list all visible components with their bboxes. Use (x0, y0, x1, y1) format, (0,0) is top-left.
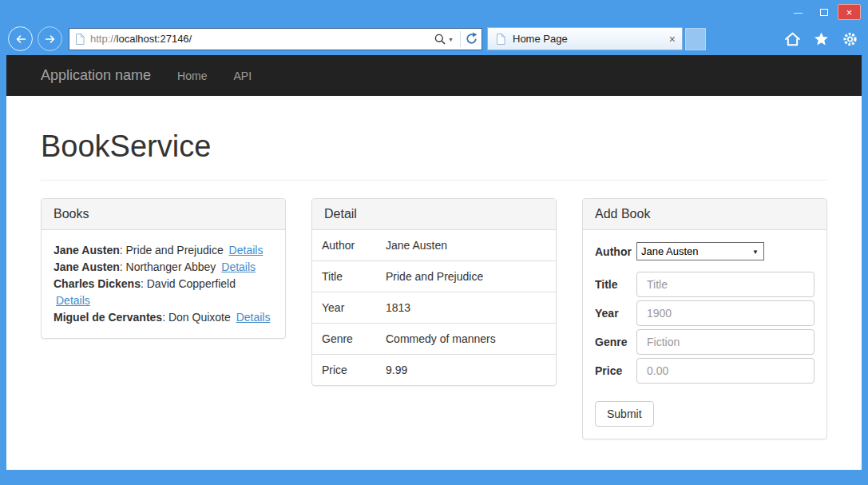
home-icon[interactable] (784, 31, 801, 47)
minimize-icon: — (794, 7, 803, 17)
title-divider (41, 180, 827, 181)
separator: : (120, 244, 126, 256)
site-navbar: Application name Home API (6, 55, 862, 96)
detail-table: Author Jane Austen Title Pride and Preju… (312, 230, 556, 385)
title-input[interactable] (636, 272, 814, 297)
nav-link-api[interactable]: API (233, 70, 252, 82)
detail-label: Year (312, 292, 386, 324)
table-row: Author Jane Austen (312, 230, 556, 261)
price-label: Price (595, 364, 636, 377)
star-icon[interactable] (813, 31, 830, 47)
book-author: Charles Dickens (54, 277, 141, 290)
book-list-item: Jane Austen: Northanger Abbey Details (54, 259, 273, 276)
close-button[interactable]: × (838, 4, 861, 20)
genre-input[interactable] (636, 329, 814, 355)
title-bar: — × (0, 0, 868, 26)
author-label: Author (595, 245, 636, 258)
add-book-panel: Add Book Author Jane Austen ▼ (582, 198, 827, 439)
detail-value: Jane Austen (386, 230, 556, 261)
toolbar-right-icons (784, 31, 858, 47)
page-viewport: Application name Home API BookService Bo… (6, 55, 862, 470)
minimize-button[interactable]: — (787, 4, 810, 20)
book-title: Northanger Abbey (126, 260, 216, 273)
details-link[interactable]: Details (229, 244, 264, 256)
book-list-item: Charles Dickens: David Copperfield Detai… (54, 276, 273, 309)
address-bar-divider (460, 31, 461, 47)
book-author: Jane Austen (54, 244, 120, 256)
books-list: Jane Austen: Pride and Prejudice Details… (42, 230, 285, 338)
panels-row: Books Jane Austen: Pride and Prejudice D… (41, 198, 827, 439)
navbar-brand[interactable]: Application name (41, 67, 151, 84)
book-list-item: Jane Austen: Pride and Prejudice Details (54, 242, 273, 259)
url-text[interactable]: http://localhost:27146/ (90, 33, 434, 45)
title-label: Title (595, 278, 636, 291)
browser-window: — × http://localhost:27 (0, 0, 868, 485)
detail-label: Author (312, 230, 386, 261)
details-link[interactable]: Details (56, 294, 90, 307)
table-row: Price 9.99 (312, 355, 556, 386)
search-icon[interactable] (434, 33, 446, 46)
detail-value: Commedy of manners (386, 324, 556, 355)
tab-close-icon[interactable]: × (669, 34, 676, 45)
detail-panel-title: Detail (312, 199, 556, 230)
title-field-row: Title (595, 272, 814, 297)
page-content: BookService Books Jane Austen: Pride and… (6, 96, 862, 470)
page-icon (73, 33, 86, 46)
year-label: Year (595, 307, 636, 320)
separator: : (141, 277, 147, 290)
tab-title: Home Page (513, 33, 669, 45)
add-book-form: Author Jane Austen ▼ Title (583, 230, 826, 439)
separator: : (120, 260, 126, 273)
detail-value: Pride and Prejudice (386, 261, 556, 292)
book-author: Jane Austen (54, 260, 120, 273)
new-tab-button[interactable] (685, 28, 706, 50)
refresh-icon[interactable] (465, 32, 478, 46)
detail-panel: Detail Author Jane Austen Title Pride an… (311, 198, 557, 386)
detail-label: Title (312, 261, 386, 292)
detail-label: Price (312, 355, 386, 386)
maximize-button[interactable] (812, 4, 835, 20)
window-bottom-frame (0, 470, 868, 485)
gear-icon[interactable] (842, 31, 858, 47)
books-panel: Books Jane Austen: Pride and Prejudice D… (41, 198, 286, 339)
book-author: Miguel de Cervantes (54, 311, 162, 324)
book-title: Don Quixote (168, 311, 231, 324)
table-row: Genre Commedy of manners (312, 324, 556, 355)
year-input[interactable] (636, 300, 814, 326)
book-list-item: Miguel de Cervantes: Don Quixote Details (54, 309, 273, 326)
price-field-row: Price (595, 358, 814, 384)
browser-toolbar: http://localhost:27146/ ▼ Home Page × (0, 26, 868, 55)
table-row: Title Pride and Prejudice (312, 261, 556, 292)
submit-button[interactable]: Submit (595, 401, 654, 427)
search-dropdown-caret-icon[interactable]: ▼ (448, 37, 454, 42)
close-icon: × (846, 6, 853, 18)
genre-field-row: Genre (595, 329, 814, 355)
nav-link-home[interactable]: Home (177, 70, 207, 82)
separator: : (162, 311, 168, 324)
author-select[interactable]: Jane Austen (636, 242, 764, 260)
detail-label: Genre (312, 324, 386, 355)
forward-arrow-icon (44, 33, 57, 46)
details-link[interactable]: Details (236, 311, 271, 324)
author-select-wrap: Jane Austen ▼ (636, 242, 764, 260)
address-bar[interactable]: http://localhost:27146/ ▼ (69, 28, 482, 50)
details-link[interactable]: Details (221, 260, 256, 273)
detail-value: 9.99 (386, 355, 556, 386)
table-row: Year 1813 (312, 292, 556, 324)
author-field-row: Author Jane Austen ▼ (595, 242, 814, 260)
back-arrow-icon (14, 33, 27, 46)
year-field-row: Year (595, 300, 814, 326)
book-title: David Copperfield (147, 277, 236, 290)
book-title: Pride and Prejudice (126, 244, 224, 256)
forward-button[interactable] (38, 26, 62, 51)
price-input[interactable] (636, 358, 814, 384)
back-button[interactable] (8, 26, 33, 51)
books-panel-title: Books (42, 199, 285, 230)
page-icon (494, 33, 507, 46)
genre-label: Genre (595, 336, 636, 348)
maximize-icon (820, 9, 828, 16)
page-title: BookService (41, 129, 827, 164)
caption-buttons: — × (787, 4, 861, 20)
tab-home-page[interactable]: Home Page × (487, 27, 683, 50)
detail-value: 1813 (386, 292, 556, 324)
